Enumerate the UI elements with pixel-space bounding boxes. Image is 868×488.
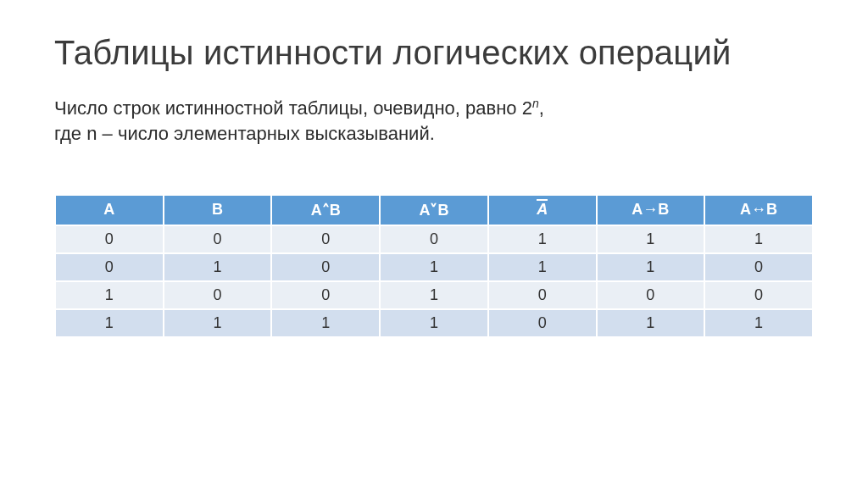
- body-line1-suffix: ,: [539, 97, 544, 119]
- col-header-impl: A→B: [597, 195, 705, 225]
- slide: Таблицы истинности логических операций Ч…: [0, 0, 868, 488]
- table-row: 0 1 0 1 1 1 0: [55, 253, 813, 281]
- cell-or: 1: [380, 253, 488, 281]
- table-row: 1 1 1 1 0 1 1: [55, 309, 813, 337]
- cell-and: 0: [271, 225, 380, 253]
- cell-a: 1: [55, 281, 164, 309]
- col-header-not-a: A: [488, 195, 597, 225]
- cell-b: 0: [164, 225, 272, 253]
- cell-a: 0: [55, 225, 164, 253]
- slide-title: Таблицы истинности логических операций: [54, 34, 814, 72]
- cell-not: 1: [488, 225, 597, 253]
- body-exp-n: n: [532, 97, 539, 110]
- cell-impl: 0: [597, 281, 705, 309]
- body-text: Число строк истинностной таблицы, очевид…: [54, 96, 814, 147]
- not-a-symbol: A: [537, 199, 548, 218]
- cell-b: 1: [164, 253, 272, 281]
- cell-impl: 1: [597, 309, 705, 337]
- cell-equiv: 0: [704, 253, 813, 281]
- cell-or: 1: [380, 281, 488, 309]
- table-row: 1 0 0 1 0 0 0: [55, 281, 813, 309]
- col-header-b: B: [164, 195, 272, 225]
- cell-b: 0: [164, 281, 272, 309]
- cell-or: 1: [380, 309, 488, 337]
- body-line1-prefix: Число строк истинностной таблицы, очевид…: [54, 97, 522, 119]
- cell-not: 1: [488, 253, 597, 281]
- cell-equiv: 1: [704, 225, 813, 253]
- cell-impl: 1: [597, 253, 705, 281]
- cell-a: 0: [55, 253, 164, 281]
- cell-equiv: 1: [704, 309, 813, 337]
- cell-and: 1: [271, 309, 380, 337]
- cell-impl: 1: [597, 225, 705, 253]
- table-row: 0 0 0 0 1 1 1: [55, 225, 813, 253]
- col-header-and: A˄B: [271, 195, 380, 225]
- cell-equiv: 0: [704, 281, 813, 309]
- col-header-a: A: [55, 195, 164, 225]
- col-header-or: A˅B: [380, 195, 488, 225]
- cell-not: 0: [488, 281, 597, 309]
- cell-and: 0: [271, 281, 380, 309]
- table-header-row: A B A˄B A˅B A A→B A↔B: [55, 195, 813, 225]
- truth-table: A B A˄B A˅B A A→B A↔B 0 0 0 0 1 1 1 0 1: [54, 194, 814, 338]
- cell-b: 1: [164, 309, 272, 337]
- col-header-equiv: A↔B: [704, 195, 813, 225]
- cell-or: 0: [380, 225, 488, 253]
- cell-and: 0: [271, 253, 380, 281]
- body-two: 2: [522, 97, 532, 119]
- cell-not: 0: [488, 309, 597, 337]
- body-line2: где n – число элементарных высказываний.: [54, 123, 435, 144]
- cell-a: 1: [55, 309, 164, 337]
